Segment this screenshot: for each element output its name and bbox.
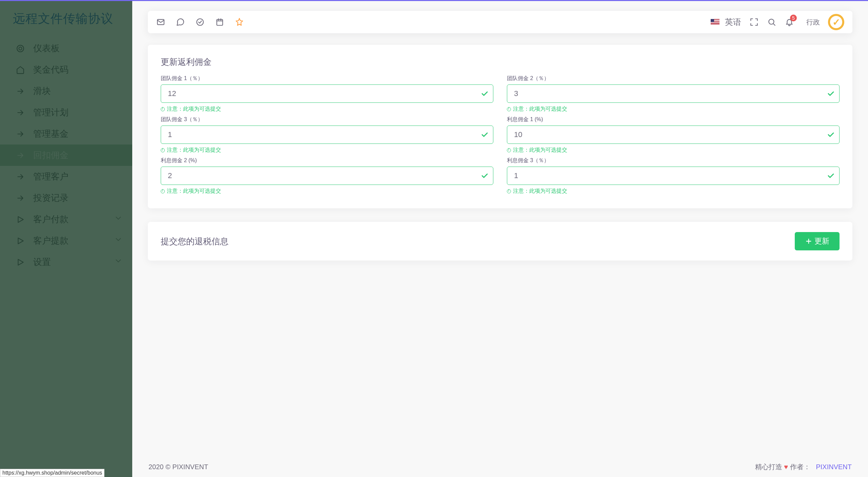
sidebar-item-manage-customer[interactable]: 管理客户: [0, 166, 132, 187]
bell-icon[interactable]: 5: [785, 17, 794, 27]
user-label[interactable]: 行政: [806, 18, 820, 27]
sidebar-item-label: 仪表板: [33, 42, 123, 54]
play-icon: [14, 215, 26, 224]
info-icon: [161, 148, 165, 152]
int1-input[interactable]: [507, 126, 840, 144]
help-text: 注意：此项为可选提交: [507, 106, 840, 113]
update-button-label: 更新: [814, 236, 829, 246]
field-label: 团队佣金 1（％）: [161, 75, 493, 82]
info-icon: [507, 107, 511, 111]
play-icon: [14, 236, 26, 245]
update-button[interactable]: 更新: [795, 232, 840, 250]
info-icon: [161, 107, 165, 111]
info-icon: [507, 148, 511, 152]
notification-badge: 5: [790, 15, 797, 21]
sidebar-item-label: 奖金代码: [33, 64, 123, 76]
check-icon: [827, 131, 835, 139]
header-right: 英语 5 行政: [711, 14, 844, 30]
footer-right: 精心打造 ♥ 作者： PIXINVENT: [755, 462, 852, 472]
int3-input[interactable]: [507, 167, 840, 185]
heart-icon: ♥: [784, 463, 788, 471]
calendar-icon[interactable]: [215, 17, 224, 27]
sidebar-item-bonus-code[interactable]: 奖金代码: [0, 59, 132, 80]
sidebar-item-manage-plan[interactable]: 管理计划: [0, 102, 132, 123]
footer: 2020 © PIXINVENT 精心打造 ♥ 作者： PIXINVENT: [132, 457, 868, 477]
language-label[interactable]: 英语: [725, 17, 741, 27]
top-accent-bar: [0, 0, 868, 1]
flag-icon[interactable]: [711, 19, 719, 25]
int2-input[interactable]: [161, 167, 493, 185]
sidebar-item-settings[interactable]: 设置: [0, 251, 132, 273]
help-text: 注意：此项为可选提交: [161, 106, 493, 113]
top-header: 英语 5 行政: [148, 11, 852, 33]
home-icon: [14, 65, 26, 74]
check-icon: [480, 131, 489, 139]
check-icon: [827, 172, 835, 180]
sidebar: 远程文件传输协议 仪表板 奖金代码 滑块 管理计划 管理基金 回扣佣金 管理客户: [0, 0, 132, 477]
play-icon: [14, 258, 26, 267]
info-icon: [507, 189, 511, 193]
svg-point-0: [17, 45, 24, 52]
submit-card: 提交您的退税信息 更新: [148, 222, 852, 261]
sidebar-item-label: 管理计划: [33, 107, 123, 118]
help-text: 注意：此项为可选提交: [161, 188, 493, 195]
check-circle-icon[interactable]: [195, 17, 205, 27]
arrow-right-icon: [14, 108, 26, 117]
sidebar-item-label: 管理客户: [33, 171, 123, 183]
sidebar-item-dashboard[interactable]: 仪表板: [0, 38, 132, 59]
arrow-right-icon: [14, 172, 26, 181]
field-label: 团队佣金 3（％）: [161, 116, 493, 123]
team2-input[interactable]: [507, 84, 840, 103]
svg-point-5: [769, 19, 774, 24]
help-text: 注意：此项为可选提交: [161, 147, 493, 154]
sidebar-item-label: 滑块: [33, 85, 123, 97]
sidebar-item-slider[interactable]: 滑块: [0, 80, 132, 102]
field-label: 利息佣金 2 (%): [161, 157, 493, 164]
sidebar-item-label: 管理基金: [33, 128, 123, 140]
card-title: 更新返利佣金: [148, 45, 852, 75]
browser-status-url: https://xg.hwym.shop/admin/secret/bonus: [0, 469, 104, 477]
sidebar-item-rebate-commission[interactable]: 回扣佣金: [0, 145, 132, 166]
sidebar-item-customer-payment[interactable]: 客户付款: [0, 209, 132, 230]
field-label: 利息佣金 3（％）: [507, 157, 840, 164]
svg-point-1: [19, 47, 22, 50]
sidebar-item-manage-fund[interactable]: 管理基金: [0, 123, 132, 145]
form-card: 更新返利佣金 团队佣金 1（％） 注意：此项为可选提交 团队佣金 3（％）: [148, 45, 852, 208]
arrow-right-icon: [14, 87, 26, 96]
brand-title: 远程文件传输协议: [0, 0, 132, 38]
target-icon: [14, 44, 26, 53]
sidebar-item-label: 客户付款: [33, 213, 114, 225]
chevron-down-icon: [114, 235, 123, 246]
check-icon: [827, 90, 835, 98]
copyright: 2020 © PIXINVENT: [149, 463, 208, 471]
sidebar-item-label: 回扣佣金: [33, 149, 123, 161]
main-content: 更新返利佣金 团队佣金 1（％） 注意：此项为可选提交 团队佣金 3（％）: [132, 1, 868, 315]
author-link[interactable]: PIXINVENT: [816, 463, 852, 471]
submit-title: 提交您的退税信息: [161, 236, 229, 247]
team3-input[interactable]: [161, 126, 493, 144]
sidebar-item-customer-withdraw[interactable]: 客户提款: [0, 230, 132, 251]
check-icon: [480, 172, 489, 180]
field-label: 利息佣金 1 (%): [507, 116, 840, 123]
header-left-icons: [156, 17, 244, 27]
search-icon[interactable]: [767, 17, 776, 27]
info-icon: [161, 189, 165, 193]
star-icon[interactable]: [235, 17, 244, 27]
team1-input[interactable]: [161, 84, 493, 103]
check-icon: [480, 90, 489, 98]
sidebar-item-invest-record[interactable]: 投资记录: [0, 187, 132, 209]
sidebar-nav: 仪表板 奖金代码 滑块 管理计划 管理基金 回扣佣金 管理客户 投资记录: [0, 38, 132, 273]
help-text: 注意：此项为可选提交: [507, 147, 840, 154]
chevron-down-icon: [114, 214, 123, 225]
svg-point-3: [197, 19, 203, 25]
mail-icon[interactable]: [156, 17, 165, 27]
avatar[interactable]: [828, 14, 844, 30]
sidebar-item-label: 设置: [33, 256, 114, 268]
sidebar-item-label: 客户提款: [33, 235, 114, 247]
sidebar-item-label: 投资记录: [33, 192, 123, 204]
arrow-right-icon: [14, 194, 26, 203]
help-text: 注意：此项为可选提交: [507, 188, 840, 195]
chat-icon[interactable]: [176, 17, 185, 27]
arrow-right-icon: [14, 151, 26, 160]
maximize-icon[interactable]: [749, 17, 759, 27]
